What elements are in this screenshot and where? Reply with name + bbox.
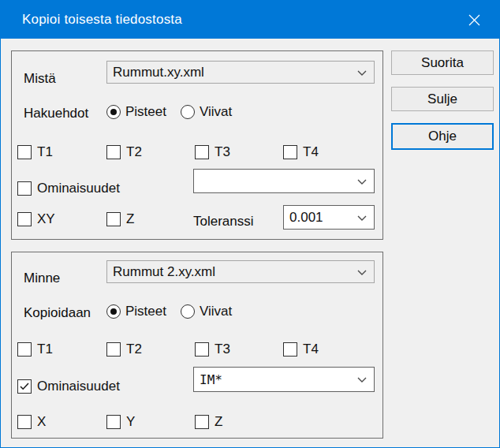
target-properties-combobox[interactable]: IM*: [193, 367, 375, 392]
checkbox-icon: [106, 145, 121, 159]
checkbox-label: Y: [126, 414, 135, 430]
chevron-down-icon: [357, 270, 367, 275]
checkbox-label: T3: [215, 342, 230, 357]
checkbox-icon: [106, 342, 121, 357]
source-radio-points[interactable]: Pisteet: [106, 104, 166, 120]
source-checkbox-z[interactable]: Z: [106, 211, 134, 227]
check-icon: [20, 383, 29, 390]
dialog-title: Kopioi toisesta tiedostosta: [22, 1, 182, 39]
target-groupbox: Minne Rummut 2.xy.xml Kopioidaan Pisteet…: [11, 252, 383, 439]
checkbox-checked-icon: [17, 379, 32, 394]
checkbox-label: X: [37, 414, 46, 430]
source-groupbox: Mistä Rummut.xy.xml Hakuehdot Pisteet Vi…: [11, 50, 383, 240]
source-checkbox-t2[interactable]: T2: [106, 144, 142, 160]
checkbox-label: T3: [215, 144, 230, 160]
checkbox-label: Z: [126, 211, 134, 227]
close-icon: [468, 14, 480, 26]
target-checkbox-t2[interactable]: T2: [106, 342, 142, 357]
radio-label: Pisteet: [125, 304, 166, 319]
checkbox-icon: [17, 181, 32, 196]
checkbox-label: T4: [303, 144, 319, 160]
checkbox-label: Ominaisuudet: [37, 379, 120, 394]
target-checkbox-x[interactable]: X: [17, 414, 46, 430]
checkbox-icon: [17, 145, 32, 159]
radio-label: Viivat: [200, 104, 232, 120]
checkbox-icon: [17, 342, 32, 357]
target-checkbox-t3[interactable]: T3: [195, 342, 230, 357]
checkbox-label: Ominaisuudet: [37, 181, 120, 196]
tolerance-label: Toleranssi: [193, 214, 254, 230]
radio-icon: [181, 304, 195, 319]
source-checkbox-t3[interactable]: T3: [195, 144, 230, 160]
source-properties-combobox[interactable]: [193, 169, 375, 193]
radio-icon: [181, 105, 195, 119]
radio-label: Viivat: [200, 304, 232, 319]
chevron-down-icon: [357, 215, 367, 221]
source-file-value: Rummut.xy.xml: [113, 65, 204, 80]
checkbox-icon: [106, 212, 121, 226]
source-checkbox-properties[interactable]: Ominaisuudet: [17, 181, 120, 196]
chevron-down-icon: [357, 70, 367, 76]
radio-selected-icon: [106, 304, 121, 319]
close-button[interactable]: [457, 1, 491, 39]
target-file-label: Minne: [24, 271, 60, 286]
checkbox-icon: [195, 415, 209, 429]
checkbox-label: Z: [215, 414, 222, 430]
source-criteria-label: Hakuehdot: [24, 106, 88, 121]
checkbox-label: T1: [37, 342, 53, 357]
checkbox-icon: [283, 342, 297, 357]
tolerance-combobox[interactable]: 0.001: [283, 205, 375, 230]
checkbox-label: XY: [37, 211, 55, 227]
help-button[interactable]: Ohje: [391, 123, 494, 150]
source-file-combobox[interactable]: Rummut.xy.xml: [106, 61, 375, 84]
checkbox-icon: [17, 212, 32, 226]
target-radio-lines[interactable]: Viivat: [181, 304, 232, 319]
source-checkbox-t1[interactable]: T1: [17, 144, 53, 160]
checkbox-icon: [195, 145, 209, 159]
target-properties-value: IM*: [200, 372, 222, 387]
close-dialog-button[interactable]: Sulje: [391, 87, 494, 111]
checkbox-label: T2: [126, 342, 142, 357]
checkbox-icon: [283, 145, 297, 159]
chevron-down-icon: [357, 179, 367, 185]
checkbox-label: T1: [37, 144, 53, 160]
radio-label: Pisteet: [125, 104, 166, 120]
checkbox-label: T2: [126, 144, 142, 160]
source-checkbox-xy[interactable]: XY: [17, 211, 55, 227]
title-bar: Kopioi toisesta tiedostosta: [1, 1, 499, 39]
target-checkbox-properties[interactable]: Ominaisuudet: [17, 379, 120, 394]
execute-button[interactable]: Suorita: [391, 50, 494, 75]
checkbox-icon: [195, 342, 209, 357]
dialog-window: Kopioi toisesta tiedostosta Mistä Rummut…: [0, 0, 500, 448]
source-file-label: Mistä: [24, 71, 56, 87]
target-file-combobox[interactable]: Rummut 2.xy.xml: [106, 260, 375, 283]
checkbox-label: T4: [303, 342, 319, 357]
radio-selected-icon: [106, 105, 121, 119]
target-file-value: Rummut 2.xy.xml: [113, 264, 215, 280]
chevron-down-icon: [357, 377, 367, 383]
target-checkbox-t4[interactable]: T4: [283, 342, 319, 357]
source-checkbox-t4[interactable]: T4: [283, 144, 319, 160]
target-checkbox-z[interactable]: Z: [195, 414, 222, 430]
target-checkbox-y[interactable]: Y: [106, 414, 135, 430]
target-checkbox-t1[interactable]: T1: [17, 342, 53, 357]
target-radio-points[interactable]: Pisteet: [106, 304, 166, 319]
checkbox-icon: [106, 415, 121, 429]
target-copy-label: Kopioidaan: [24, 305, 91, 321]
tolerance-value: 0.001: [289, 210, 323, 226]
checkbox-icon: [17, 415, 32, 429]
source-radio-lines[interactable]: Viivat: [181, 104, 232, 120]
